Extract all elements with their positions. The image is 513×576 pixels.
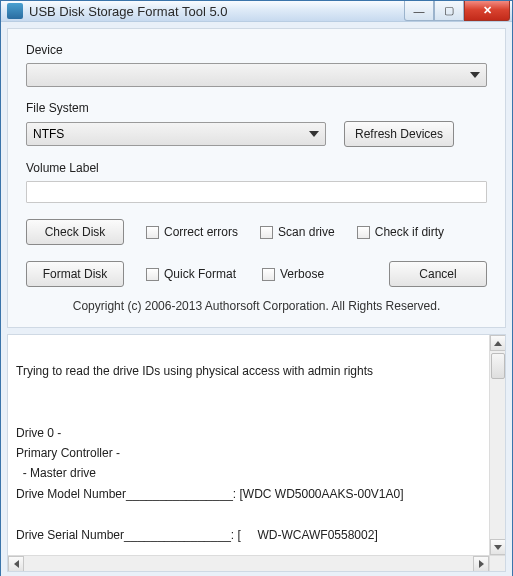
refresh-devices-button[interactable]: Refresh Devices <box>344 121 454 147</box>
log-line: Drive Serial Number________________: [ W… <box>16 528 378 542</box>
volume-label-label: Volume Label <box>26 161 487 175</box>
window-title: USB Disk Storage Format Tool 5.0 <box>29 4 404 19</box>
titlebar: USB Disk Storage Format Tool 5.0 ― ▢ ✕ <box>1 1 512 22</box>
scroll-right-button[interactable] <box>473 556 489 572</box>
device-group: Device <box>26 43 487 87</box>
cancel-button[interactable]: Cancel <box>389 261 487 287</box>
minimize-button[interactable]: ― <box>404 1 434 21</box>
quick-format-label: Quick Format <box>164 267 236 281</box>
scan-drive-label: Scan drive <box>278 225 335 239</box>
app-icon <box>7 3 23 19</box>
device-dropdown[interactable] <box>26 63 487 87</box>
chevron-right-icon <box>479 560 484 568</box>
chevron-left-icon <box>14 560 19 568</box>
checkbox-icon <box>357 226 370 239</box>
check-disk-button[interactable]: Check Disk <box>26 219 124 245</box>
filesystem-label: File System <box>26 101 487 115</box>
scroll-down-button[interactable] <box>490 539 506 555</box>
checkbox-icon <box>146 226 159 239</box>
log-line: Trying to read the drive IDs using physi… <box>16 364 373 378</box>
check-row: Check Disk Correct errors Scan drive Che… <box>26 219 487 245</box>
checkbox-icon <box>260 226 273 239</box>
log-line: Drive Model Number________________: [WDC… <box>16 487 404 501</box>
volume-label-input[interactable] <box>26 181 487 203</box>
close-button[interactable]: ✕ <box>464 1 510 21</box>
chevron-down-icon <box>470 72 480 78</box>
scroll-corner <box>489 555 505 571</box>
chevron-up-icon <box>494 341 502 346</box>
maximize-icon: ▢ <box>444 4 454 17</box>
format-row: Format Disk Quick Format Verbose Cancel <box>26 261 487 287</box>
verbose-label: Verbose <box>280 267 324 281</box>
log-line: Primary Controller - <box>16 446 120 460</box>
filesystem-dropdown[interactable]: NTFS <box>26 122 326 146</box>
scroll-thumb[interactable] <box>491 353 505 379</box>
filesystem-value: NTFS <box>33 127 64 141</box>
scroll-up-button[interactable] <box>490 335 506 351</box>
correct-errors-label: Correct errors <box>164 225 238 239</box>
log-line: Drive 0 - <box>16 426 61 440</box>
log-text: Trying to read the drive IDs using physi… <box>8 335 505 571</box>
log-panel: Trying to read the drive IDs using physi… <box>7 334 506 572</box>
close-icon: ✕ <box>483 4 492 17</box>
chevron-down-icon <box>494 545 502 550</box>
vertical-scrollbar[interactable] <box>489 335 505 555</box>
client-area: Device File System NTFS Refresh Devices <box>1 22 512 576</box>
scroll-left-button[interactable] <box>8 556 24 572</box>
filesystem-group: File System NTFS Refresh Devices <box>26 101 487 147</box>
maximize-button[interactable]: ▢ <box>434 1 464 21</box>
volume-label-group: Volume Label <box>26 161 487 203</box>
chevron-down-icon <box>309 131 319 137</box>
quick-format-checkbox[interactable]: Quick Format <box>146 267 236 281</box>
correct-errors-checkbox[interactable]: Correct errors <box>146 225 238 239</box>
check-if-dirty-label: Check if dirty <box>375 225 444 239</box>
window-controls: ― ▢ ✕ <box>404 1 512 21</box>
verbose-checkbox[interactable]: Verbose <box>262 267 324 281</box>
checkbox-icon <box>262 268 275 281</box>
copyright-text: Copyright (c) 2006-2013 Authorsoft Corpo… <box>26 287 487 317</box>
device-label: Device <box>26 43 487 57</box>
check-if-dirty-checkbox[interactable]: Check if dirty <box>357 225 444 239</box>
horizontal-scrollbar[interactable] <box>8 555 489 571</box>
main-panel: Device File System NTFS Refresh Devices <box>7 28 506 328</box>
minimize-icon: ― <box>414 5 425 17</box>
log-line: - Master drive <box>16 466 96 480</box>
scan-drive-checkbox[interactable]: Scan drive <box>260 225 335 239</box>
format-disk-button[interactable]: Format Disk <box>26 261 124 287</box>
app-window: USB Disk Storage Format Tool 5.0 ― ▢ ✕ D… <box>0 0 513 576</box>
checkbox-icon <box>146 268 159 281</box>
